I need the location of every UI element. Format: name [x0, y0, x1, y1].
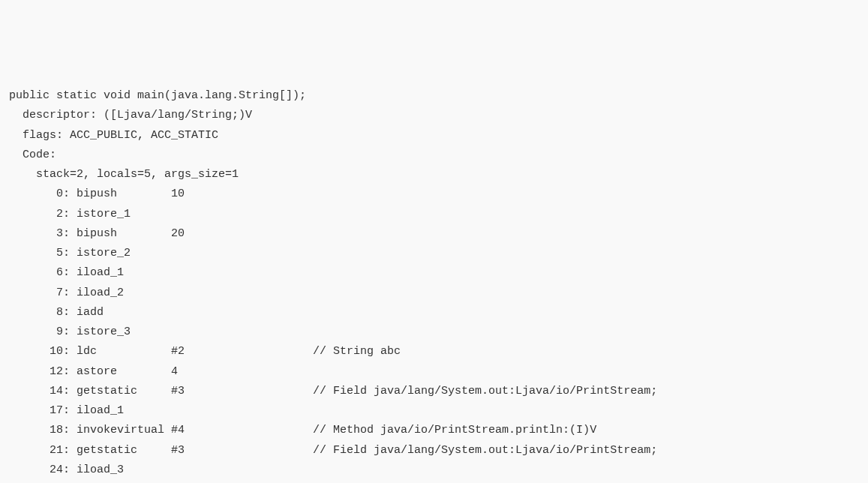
instruction-row: 8: iadd: [9, 303, 859, 322]
method-signature: public static void main(java.lang.String…: [9, 86, 859, 106]
instruction-row: 12: astore 4: [9, 362, 859, 382]
instruction-row: 5: istore_2: [9, 244, 859, 263]
instruction-row: 7: iload_2: [9, 284, 859, 303]
instruction-row: 9: istore_3: [9, 322, 859, 342]
flags-value: ACC_PUBLIC, ACC_STATIC: [70, 129, 218, 142]
instruction-row: 0: bipush 10: [9, 184, 859, 204]
instruction-row: 18: invokevirtual #4 // Method java/io/P…: [9, 421, 859, 440]
instruction-list: 0: bipush 10 2: istore_1 3: bipush 20 5:…: [9, 184, 859, 483]
flags-label: flags:: [9, 129, 70, 142]
instruction-row: 3: bipush 20: [9, 224, 859, 244]
bytecode-listing: public static void main(java.lang.String…: [9, 86, 859, 483]
descriptor-value: ([Ljava/lang/String;)V: [104, 109, 252, 122]
stack-info: stack=2, locals=5, args_size=1: [9, 165, 859, 184]
instruction-row: 10: ldc #2 // String abc: [9, 342, 859, 362]
code-label: Code:: [9, 146, 859, 165]
instruction-row: 25: invokevirtual #4 // Method java/io/P…: [9, 480, 859, 483]
instruction-row: 17: iload_1: [9, 401, 859, 421]
instruction-row: 21: getstatic #3 // Field java/lang/Syst…: [9, 441, 859, 460]
instruction-row: 14: getstatic #3 // Field java/lang/Syst…: [9, 382, 859, 401]
descriptor-label: descriptor:: [9, 109, 104, 122]
instruction-row: 6: iload_1: [9, 263, 859, 283]
instruction-row: 24: iload_3: [9, 460, 859, 480]
flags-line: flags: ACC_PUBLIC, ACC_STATIC: [9, 126, 859, 146]
descriptor-line: descriptor: ([Ljava/lang/String;)V: [9, 106, 859, 125]
instruction-row: 2: istore_1: [9, 205, 859, 224]
